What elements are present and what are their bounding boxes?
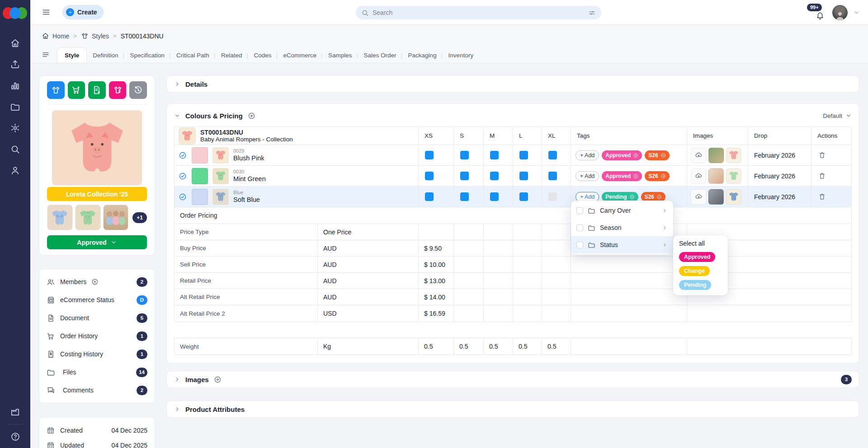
view-selector[interactable]: Default <box>823 112 852 119</box>
remove-tag-icon[interactable] <box>660 153 666 158</box>
tab-ecommerce[interactable]: eCommerce <box>277 48 322 63</box>
search-input[interactable] <box>373 9 585 16</box>
row-photo-thumb[interactable] <box>708 189 724 205</box>
add-tag-button[interactable]: + Add <box>576 171 599 181</box>
carry-over-checkbox[interactable] <box>576 207 583 214</box>
rail-analytics-icon[interactable] <box>10 80 21 90</box>
menu-toggle-icon[interactable] <box>42 8 51 17</box>
rail-profile-icon[interactable] <box>10 165 21 175</box>
rail-folder-icon[interactable] <box>10 102 21 112</box>
filter-icon[interactable] <box>588 9 596 17</box>
panel-item-document[interactable]: Document 5 <box>47 309 147 327</box>
remove-style-button[interactable] <box>109 81 127 99</box>
size-xs-checkbox[interactable] <box>425 151 434 159</box>
price-type-value[interactable]: One Price <box>318 224 419 240</box>
weight-xl[interactable]: 0.5 <box>542 338 571 355</box>
delete-row-icon[interactable] <box>818 193 826 201</box>
status-option-pending[interactable]: Pending <box>679 280 711 290</box>
delete-row-icon[interactable] <box>818 172 826 180</box>
remove-tag-icon[interactable] <box>633 173 638 179</box>
product-attributes-accordion[interactable]: Product Attributes <box>166 401 859 418</box>
upload-image-button[interactable] <box>691 189 706 205</box>
tab-specification[interactable]: Specification <box>124 48 171 63</box>
variant-thumb-green[interactable] <box>75 205 101 230</box>
add-image-icon[interactable] <box>214 376 222 383</box>
rail-factory-icon[interactable] <box>10 407 21 417</box>
account-chevron-down-icon[interactable] <box>853 9 860 16</box>
status-checkbox[interactable] <box>576 242 583 248</box>
rail-settings-icon[interactable] <box>10 123 21 133</box>
tab-codes[interactable]: Codes <box>248 48 277 63</box>
size-s-checkbox[interactable] <box>460 151 469 159</box>
row-flat-thumb[interactable] <box>726 148 741 163</box>
tag-season[interactable]: S26 <box>645 150 669 160</box>
tab-samples[interactable]: Samples <box>322 48 358 63</box>
weight-s[interactable]: 0.5 <box>454 338 484 355</box>
colour-thumb[interactable] <box>212 168 229 184</box>
add-member-icon[interactable] <box>91 278 99 285</box>
create-button[interactable]: Create <box>62 5 104 19</box>
size-s-checkbox[interactable] <box>460 192 469 201</box>
weight-xs[interactable]: 0.5 <box>419 338 454 355</box>
tag-approved[interactable]: Approved <box>602 171 642 181</box>
menu-item-status[interactable]: Status <box>571 236 673 253</box>
breadcrumb-styles[interactable]: Styles <box>81 32 109 40</box>
variant-thumb-babies-photo[interactable] <box>103 205 129 230</box>
tabs-list-icon[interactable] <box>42 51 50 59</box>
colour-thumb[interactable] <box>212 189 229 205</box>
tab-sales-order[interactable]: Sales Order <box>358 48 402 63</box>
row-photo-thumb[interactable] <box>708 148 724 163</box>
notifications-button[interactable]: 99+ <box>813 5 827 21</box>
chevron-down-icon[interactable] <box>174 112 180 119</box>
colour-swatch[interactable] <box>192 168 208 184</box>
size-m-checkbox[interactable] <box>490 172 499 180</box>
history-button[interactable] <box>129 81 147 99</box>
row-flat-thumb[interactable] <box>726 168 741 184</box>
rail-search-icon[interactable] <box>10 144 21 154</box>
collection-banner[interactable]: Loreta Collection '25 <box>47 187 147 201</box>
variant-thumb-blue[interactable] <box>47 205 73 230</box>
panel-item-order-history[interactable]: Order History 1 <box>47 327 147 345</box>
panel-item-ecommerce-status[interactable]: eCommerce Status D <box>47 291 147 309</box>
add-costing-button[interactable] <box>88 81 106 99</box>
tag-season[interactable]: S26 <box>645 171 669 181</box>
tag-approved[interactable]: Approved <box>602 150 642 160</box>
row-check-icon[interactable] <box>179 151 187 159</box>
breadcrumb-home[interactable]: Home <box>42 32 69 40</box>
size-s-checkbox[interactable] <box>460 172 469 180</box>
panel-item-files[interactable]: Files 14 <box>47 363 147 381</box>
size-m-checkbox[interactable] <box>490 151 499 159</box>
select-all-option[interactable]: Select all <box>679 240 722 247</box>
size-l-checkbox[interactable] <box>519 151 528 159</box>
tab-related[interactable]: Related <box>215 48 248 63</box>
size-xl-checkbox[interactable] <box>548 172 557 180</box>
rail-help-icon[interactable] <box>10 432 21 442</box>
status-option-change[interactable]: Change <box>679 266 710 276</box>
row-flat-thumb[interactable] <box>726 189 741 205</box>
tab-inventory[interactable]: Inventory <box>443 48 480 63</box>
tab-definition[interactable]: Definition <box>87 48 124 63</box>
size-xs-checkbox[interactable] <box>425 192 434 201</box>
remove-tag-icon[interactable] <box>633 153 638 158</box>
tab-packaging[interactable]: Packaging <box>402 48 443 63</box>
tab-critical-path[interactable]: Critical Path <box>170 48 215 63</box>
weight-l[interactable]: 0.5 <box>513 338 542 355</box>
details-accordion[interactable]: Details <box>166 75 859 93</box>
size-xl-checkbox[interactable] <box>548 151 557 159</box>
size-xl-checkbox[interactable] <box>548 192 557 201</box>
season-checkbox[interactable] <box>576 224 583 231</box>
row-check-icon[interactable] <box>179 193 187 201</box>
add-tag-button[interactable]: + Add <box>576 150 599 160</box>
weight-m[interactable]: 0.5 <box>484 338 513 355</box>
delete-row-icon[interactable] <box>818 151 826 159</box>
tab-style[interactable]: Style <box>57 47 87 63</box>
style-action-button[interactable] <box>47 81 65 99</box>
remove-tag-icon[interactable] <box>660 173 666 179</box>
colour-swatch[interactable] <box>192 147 208 163</box>
upload-image-button[interactable] <box>691 148 706 163</box>
size-l-checkbox[interactable] <box>519 192 528 201</box>
size-m-checkbox[interactable] <box>490 192 499 201</box>
style-main-image[interactable] <box>52 110 142 185</box>
rail-upload-icon[interactable] <box>10 59 21 69</box>
app-logo[interactable] <box>3 5 28 22</box>
